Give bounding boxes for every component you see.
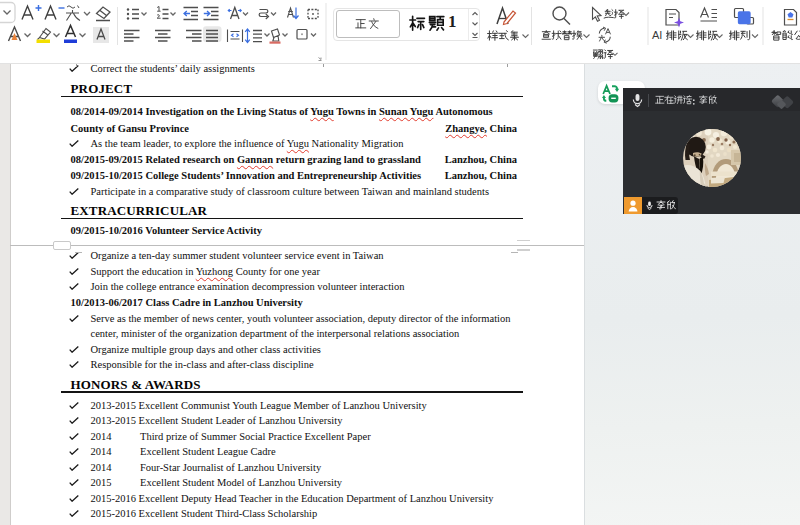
svg-text:AI: AI <box>652 29 662 41</box>
